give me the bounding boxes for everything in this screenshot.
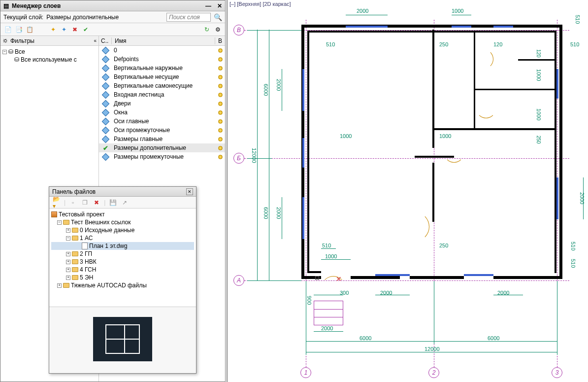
layer-name: Оси главные (112, 118, 215, 125)
expand-icon[interactable]: − (57, 220, 62, 225)
current-check-icon: ✔ (103, 144, 108, 152)
delete-doc-button[interactable]: ✖ (92, 198, 101, 207)
layer-name: Размеры главные (112, 136, 215, 142)
collapse-filters-button[interactable]: « (94, 38, 97, 43)
visibility-bulb-icon[interactable] (218, 119, 223, 124)
layer-status-icon (101, 82, 109, 90)
filter-all[interactable]: − ⛁ Все (2, 48, 97, 56)
expand-icon[interactable]: − (2, 50, 7, 54)
axis-bubble-2: 2 (428, 367, 439, 378)
folder-item[interactable]: +4 ГСН (51, 266, 194, 274)
project-root[interactable]: Тестовый проект (51, 210, 194, 218)
folder-item[interactable]: −1 АС (51, 234, 194, 242)
filter-all-used[interactable]: ⛁ Все используемые с (2, 56, 97, 64)
node-label: План 1 эт.dwg (89, 243, 128, 249)
layer-name: Двери (112, 100, 215, 107)
new-layer-frozen-button[interactable]: ✦ (60, 25, 68, 34)
refresh-button[interactable]: ↻ (202, 25, 211, 34)
layer-status-icon (101, 117, 109, 125)
new-group-filter-button[interactable]: 📑 (14, 25, 23, 34)
folder-icon (72, 228, 78, 233)
layer-name: Размеры промежуточные (112, 153, 215, 160)
layer-toolbar: 📄 📑 📋 ✦ ✦ ✖ ✔ ↻ ⚙ (0, 23, 225, 36)
folder-item[interactable]: +2 ГП (51, 250, 194, 258)
project-icon (51, 211, 57, 217)
search-icon[interactable]: 🔍 (214, 13, 222, 21)
layer-row[interactable]: Вертикальные наружные (99, 64, 225, 72)
layer-status-icon (101, 91, 109, 99)
layer-name: 0 (112, 47, 215, 54)
col-name[interactable]: Имя (112, 37, 215, 44)
layer-row[interactable]: ✔Размеры дополнительные (99, 143, 225, 152)
delete-layer-button[interactable]: ✖ (70, 25, 79, 34)
visibility-bulb-icon[interactable] (218, 66, 223, 70)
new-layer-button[interactable]: ✦ (49, 25, 58, 34)
node-label: 5 ЭН (80, 274, 93, 281)
expand-icon[interactable]: + (66, 276, 70, 280)
file-panel-toolbar: 📂▾ | ▫ ❐ ✖ | 💾 ↗ (49, 197, 196, 208)
layer-row[interactable]: Вертикальные самонесущие (99, 81, 225, 90)
marker-x: ✕ (336, 275, 342, 283)
expand-icon[interactable]: + (66, 228, 70, 233)
visibility-bulb-icon[interactable] (218, 128, 223, 133)
new-property-filter-button[interactable]: 📄 (3, 25, 12, 34)
expand-icon[interactable]: + (57, 283, 62, 288)
expand-icon[interactable]: + (66, 268, 70, 272)
layer-row[interactable]: Окна (99, 108, 225, 117)
save-button[interactable]: 💾 (108, 198, 117, 207)
open-folder-button[interactable]: 📂▾ (52, 198, 61, 207)
folder-item[interactable]: +5 ЭН (51, 274, 194, 281)
folder-item[interactable]: +Тяжелые AUTOCAD файлы (51, 281, 194, 289)
visibility-bulb-icon[interactable] (218, 146, 223, 150)
visibility-bulb-icon[interactable] (218, 155, 223, 159)
layer-row[interactable]: Defpoints (99, 55, 225, 64)
layer-status-icon (101, 64, 109, 72)
expand-icon[interactable]: − (66, 236, 70, 241)
node-label: 4 ГСН (80, 266, 96, 273)
file-panel-close-button[interactable]: ✕ (186, 188, 193, 195)
layer-row[interactable]: Размеры главные (99, 135, 225, 143)
set-current-button[interactable]: ✔ (81, 25, 90, 34)
visibility-bulb-icon[interactable] (218, 137, 223, 141)
layer-states-button[interactable]: 📋 (25, 25, 34, 34)
folder-icon (72, 236, 78, 241)
expand-icon[interactable]: + (66, 260, 70, 264)
layer-status-icon (101, 126, 109, 134)
layer-row[interactable]: Размеры промежуточные (99, 152, 225, 161)
visibility-bulb-icon[interactable] (218, 75, 223, 79)
folder-item[interactable]: −Тест Внешних ссылок (51, 218, 194, 226)
layer-name: Вертикальные несущие (112, 73, 215, 80)
layer-row[interactable]: Входная лестница (99, 90, 225, 99)
layer-row[interactable]: 0 (99, 46, 225, 55)
drawing-viewport[interactable]: [–] [Верхняя] [2D каркас] В Б А 1 2 3 (227, 0, 588, 382)
col-on[interactable]: В (215, 37, 225, 44)
file-preview (49, 307, 196, 371)
visibility-bulb-icon[interactable] (218, 48, 223, 53)
layer-row[interactable]: Двери (99, 99, 225, 108)
copy-doc-button[interactable]: ❐ (80, 198, 89, 207)
layer-row[interactable]: Вертикальные несущие (99, 72, 225, 81)
expand-icon[interactable]: + (66, 252, 70, 256)
folder-item[interactable]: +3 НВК (51, 258, 194, 266)
visibility-bulb-icon[interactable] (218, 57, 223, 62)
visibility-bulb-icon[interactable] (218, 84, 223, 88)
file-item[interactable]: План 1 эт.dwg (51, 242, 194, 250)
col-status[interactable]: С.. (99, 37, 112, 44)
visibility-bulb-icon[interactable] (218, 102, 223, 106)
settings-button[interactable]: ⚙ (213, 25, 222, 34)
layer-row[interactable]: Оси промежуточные (99, 126, 225, 135)
folder-icon (63, 220, 69, 225)
layer-search-input[interactable] (166, 13, 211, 22)
layer-manager-titlebar[interactable]: ▤ Менеджер слоев — ✕ (0, 0, 225, 11)
visibility-bulb-icon[interactable] (218, 110, 223, 115)
folder-item[interactable]: +0 Исходные данные (51, 226, 194, 234)
file-panel-titlebar[interactable]: Панель файлов ✕ (49, 187, 196, 197)
minimize-button[interactable]: — (205, 2, 211, 9)
layer-row[interactable]: Оси главные (99, 117, 225, 126)
close-button[interactable]: ✕ (217, 2, 222, 9)
new-doc-button[interactable]: ▫ (68, 198, 77, 207)
node-label: Тяжелые AUTOCAD файлы (71, 282, 147, 289)
export-button[interactable]: ↗ (120, 198, 129, 207)
layer-status-icon (101, 55, 109, 63)
visibility-bulb-icon[interactable] (218, 93, 223, 97)
